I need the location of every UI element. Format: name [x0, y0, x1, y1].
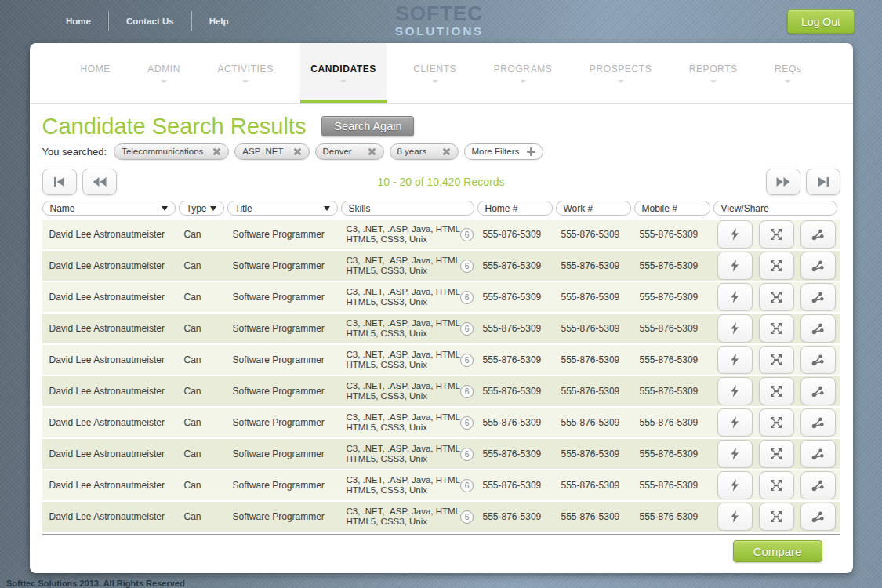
- expand-button[interactable]: [759, 440, 794, 468]
- skills-line1: C3, .NET, .ASP, Java, HTML: [347, 318, 461, 328]
- expand-button[interactable]: [759, 503, 794, 531]
- candidate-name: David Lee Astronautmeister: [42, 229, 179, 240]
- quick-view-button[interactable]: [717, 377, 753, 405]
- pagination-right: [766, 169, 840, 195]
- table-row[interactable]: David Lee Astronautmeister Can Software …: [42, 470, 840, 500]
- mobile-phone: 555-876-5309: [634, 417, 713, 428]
- nav-tab-home[interactable]: HOME: [71, 43, 121, 103]
- search-again-button[interactable]: Search Again: [321, 116, 414, 136]
- remove-filter-icon[interactable]: [293, 147, 302, 156]
- column-header-name[interactable]: Name: [42, 201, 176, 216]
- candidate-skills: C3, .NET, .ASP, Java, HTML HTML5, CSS3, …: [341, 287, 477, 307]
- more-filters-chip[interactable]: More Filters: [464, 143, 544, 160]
- last-page-button[interactable]: [806, 169, 840, 195]
- chevron-down-icon: [432, 80, 438, 83]
- quick-view-button[interactable]: [717, 503, 753, 531]
- quick-view-button[interactable]: [717, 471, 753, 499]
- nav-tab-candidates[interactable]: CANDIDATES: [300, 43, 387, 103]
- remove-filter-icon[interactable]: [368, 147, 376, 156]
- expand-button[interactable]: [759, 220, 794, 249]
- table-row[interactable]: David Lee Astronautmeister Can Software …: [42, 502, 840, 532]
- filter-chip-telecommunications[interactable]: Telecommunications: [114, 143, 229, 160]
- first-page-button[interactable]: [42, 169, 77, 195]
- expand-button[interactable]: [759, 252, 794, 280]
- table-row[interactable]: David Lee Astronautmeister Can Software …: [42, 439, 840, 469]
- previous-page-button[interactable]: [82, 169, 117, 195]
- share-icon: [811, 447, 825, 461]
- candidate-type: Can: [179, 480, 227, 491]
- skills-text: C3, .NET, .ASP, Java, HTML HTML5, CSS3, …: [347, 287, 461, 307]
- nav-tab-clients[interactable]: CLIENTS: [403, 43, 466, 103]
- quick-view-button[interactable]: [717, 440, 753, 468]
- table-row[interactable]: David Lee Astronautmeister Can Software …: [42, 251, 840, 281]
- lightning-icon: [728, 447, 742, 461]
- candidate-type: Can: [179, 417, 227, 428]
- column-header-title[interactable]: Title: [227, 201, 338, 216]
- expand-button[interactable]: [759, 471, 794, 499]
- expand-button[interactable]: [759, 283, 794, 311]
- mobile-phone: 555-876-5309: [634, 323, 713, 334]
- table-row[interactable]: David Lee Astronautmeister Can Software …: [42, 314, 840, 343]
- share-button[interactable]: [800, 283, 836, 311]
- nav-tab-reqs[interactable]: REQs: [764, 43, 811, 103]
- share-button[interactable]: [800, 314, 836, 343]
- work-phone: 555-876-5309: [556, 354, 634, 365]
- share-button[interactable]: [800, 408, 836, 437]
- topbar-link-help[interactable]: Help: [192, 16, 246, 26]
- quick-view-button[interactable]: [717, 252, 753, 280]
- expand-icon: [769, 321, 783, 336]
- topbar-link-home[interactable]: Home: [66, 16, 108, 26]
- share-button[interactable]: [800, 503, 836, 531]
- more-filters-label: More Filters: [472, 147, 520, 156]
- logout-button[interactable]: Log Out: [787, 9, 855, 34]
- quick-view-button[interactable]: [717, 283, 753, 311]
- remove-filter-icon[interactable]: [442, 147, 451, 156]
- column-header-work[interactable]: Work #: [556, 201, 631, 216]
- title-row: Candidate Search Results Search Again: [42, 112, 840, 140]
- candidate-name: David Lee Astronautmeister: [42, 417, 179, 428]
- column-header-mobile[interactable]: Mobile #: [634, 201, 710, 216]
- next-page-button[interactable]: [766, 169, 800, 195]
- remove-filter-icon[interactable]: [212, 147, 221, 156]
- filter-chip-8-years[interactable]: 8 years: [390, 143, 459, 160]
- expand-button[interactable]: [759, 314, 794, 343]
- share-button[interactable]: [800, 220, 836, 249]
- share-button[interactable]: [800, 346, 836, 374]
- table-row[interactable]: David Lee Astronautmeister Can Software …: [42, 408, 840, 437]
- nav-tab-reports[interactable]: REPORTS: [679, 43, 748, 103]
- expand-button[interactable]: [759, 346, 794, 374]
- filter-chip-denver[interactable]: Denver: [315, 143, 384, 160]
- table-row[interactable]: David Lee Astronautmeister Can Software …: [42, 345, 840, 375]
- filter-chip-asp-net[interactable]: ASP .NET: [234, 143, 309, 160]
- nav-tab-prospects[interactable]: PROSPECTS: [579, 43, 662, 103]
- records-summary: 10 - 20 of 10,420 Records: [117, 176, 766, 188]
- nav-tab-programs[interactable]: PROGRAMS: [484, 43, 563, 103]
- table-row[interactable]: David Lee Astronautmeister Can Software …: [42, 282, 840, 312]
- expand-button[interactable]: [759, 377, 794, 405]
- column-header-view-share[interactable]: View/Share: [713, 201, 837, 216]
- share-button[interactable]: [800, 440, 836, 468]
- expand-button[interactable]: [759, 408, 794, 437]
- row-actions: [713, 220, 840, 249]
- quick-view-button[interactable]: [717, 314, 753, 343]
- quick-view-button[interactable]: [717, 220, 753, 249]
- topbar-link-contact-us[interactable]: Contact Us: [109, 16, 191, 26]
- share-button[interactable]: [800, 252, 836, 280]
- share-button[interactable]: [800, 377, 836, 405]
- compare-button[interactable]: Compare: [733, 540, 822, 562]
- mobile-phone: 555-876-5309: [634, 292, 713, 303]
- share-button[interactable]: [800, 471, 836, 499]
- table-row[interactable]: David Lee Astronautmeister Can Software …: [42, 220, 840, 249]
- table-row[interactable]: David Lee Astronautmeister Can Software …: [42, 376, 840, 406]
- nav-tab-admin[interactable]: ADMIN: [137, 43, 191, 103]
- candidate-type: Can: [179, 354, 227, 365]
- column-header-skills[interactable]: Skills: [341, 201, 474, 216]
- nav-tab-activities[interactable]: ACTIVITIES: [207, 43, 283, 103]
- column-header-type[interactable]: Type: [179, 201, 224, 216]
- table-body: David Lee Astronautmeister Can Software …: [42, 220, 840, 532]
- quick-view-button[interactable]: [717, 346, 753, 374]
- quick-view-button[interactable]: [717, 408, 753, 437]
- skills-line1: C3, .NET, .ASP, Java, HTML: [347, 412, 461, 423]
- candidate-name: David Lee Astronautmeister: [42, 292, 179, 303]
- column-header-home[interactable]: Home #: [477, 201, 553, 216]
